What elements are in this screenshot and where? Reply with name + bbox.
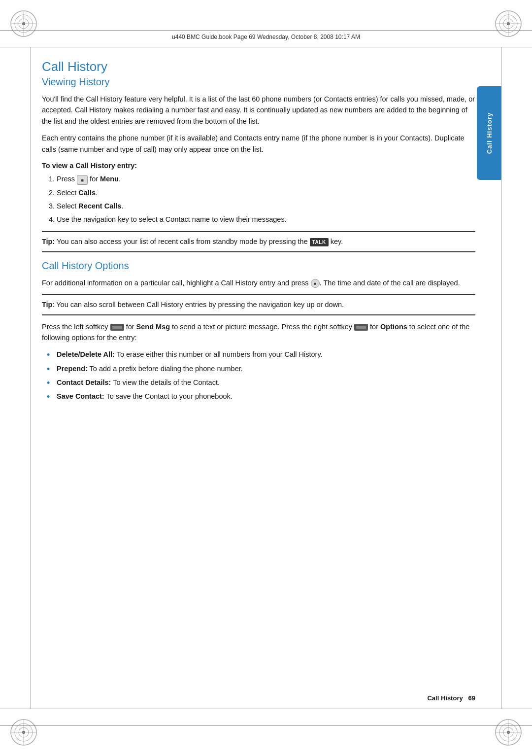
page-footer: Call History 69	[42, 692, 475, 702]
header-line-top	[0, 31, 532, 31]
header-line-bottom	[0, 47, 532, 47]
section2-para1: For additional information on a particul…	[42, 277, 475, 288]
footer-label: Call History 69	[427, 694, 475, 702]
section2-title: Call History Options	[42, 260, 475, 272]
main-content: Call History Viewing History You'll find…	[42, 54, 475, 702]
option-delete: Delete/Delete All: To erase either this …	[47, 349, 475, 360]
chapter-title: Call History	[42, 59, 475, 74]
side-tab-label: Call History	[486, 112, 493, 154]
header-text: u440 BMC Guide.book Page 69 Wednesday, O…	[0, 34, 532, 40]
section1-title: Viewing History	[42, 76, 475, 88]
tip1-text: Tip: You can also access your list of re…	[42, 236, 475, 247]
option-prepend: Prepend: To add a prefix before dialing …	[47, 363, 475, 375]
step-3: Select Recent Calls.	[57, 201, 475, 212]
step-2: Select Calls.	[57, 187, 475, 199]
tip-box-2: Tip: You can also scroll between Call Hi…	[42, 294, 475, 315]
talk-key-icon: TALK	[310, 238, 329, 247]
left-softkey-icon	[110, 324, 124, 331]
section2-para2: Press the left softkey for Send Msg to s…	[42, 321, 475, 344]
right-softkey-icon	[354, 324, 368, 331]
tip2-text: Tip: You can also scroll between Call Hi…	[42, 299, 475, 310]
section1-para2: Each entry contains the phone number (if…	[42, 133, 475, 155]
section1-para1: You'll find the Call History feature ver…	[42, 94, 475, 127]
nav-button-icon: ■	[311, 279, 320, 288]
side-tab: Call History	[477, 86, 501, 180]
footer-line-bottom	[0, 725, 532, 725]
corner-mark-bl	[9, 718, 38, 747]
footer-line-top	[0, 709, 532, 709]
step-1: Press ■ for Menu.	[57, 173, 475, 185]
steps-list: Press ■ for Menu. Select Calls. Select R…	[57, 173, 475, 225]
step-4: Use the navigation key to select a Conta…	[57, 214, 475, 225]
section1-bold-heading: To view a Call History entry:	[42, 162, 475, 170]
corner-mark-br	[494, 718, 523, 747]
vline-left	[31, 47, 31, 709]
option-contact-details: Contact Details: To view the details of …	[47, 377, 475, 388]
tip-box-1: Tip: You can also access your list of re…	[42, 231, 475, 252]
options-list: Delete/Delete All: To erase either this …	[47, 349, 475, 402]
menu-button-icon: ■	[77, 175, 88, 185]
option-save-contact: Save Contact: To save the Contact to you…	[47, 391, 475, 402]
